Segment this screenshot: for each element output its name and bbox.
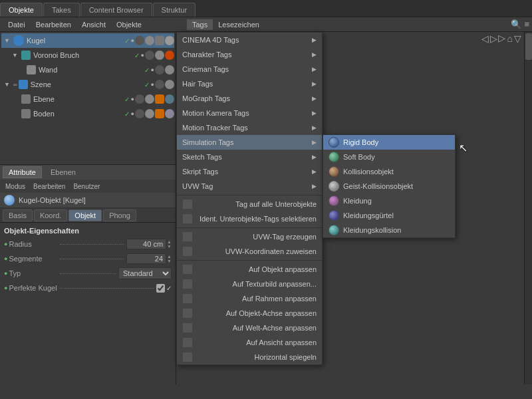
prop-row-typ: ● Typ Standard <box>4 267 172 280</box>
attr-menu-bearbeiten[interactable]: Bearbeiten <box>31 182 68 191</box>
action-icon-7 <box>182 293 193 304</box>
submenu-kollisionsobjekt[interactable]: Kollisionsobjekt <box>323 164 455 179</box>
attr-menu-benutzer[interactable]: Benutzer <box>70 182 102 191</box>
submenu-soft-body[interactable]: Soft Body <box>323 150 455 164</box>
action-ident-tags[interactable]: Ident. Unterobjekte-Tags selektieren <box>177 211 322 226</box>
basis-tab-objekt[interactable]: Objekt <box>68 209 102 221</box>
submenu-kleidungsguerte[interactable]: Kleidungsgürtel <box>323 208 455 223</box>
object-tree: ▼ Kugel ✓ ● ▼ Voronoi Bruch ✓ <box>0 32 176 165</box>
nav-home-icon[interactable]: ⌂ <box>507 33 513 44</box>
attr-tab-attribute[interactable]: Attribute <box>3 166 42 178</box>
dropdown-sketch-tags[interactable]: Sketch Tags ▶ <box>177 150 322 164</box>
dropdown-hair-tags[interactable]: Hair Tags ▶ <box>177 76 322 91</box>
prop-value-typ[interactable]: Standard <box>118 267 172 279</box>
prop-checkbox-perfekte-kugel[interactable] <box>156 284 165 293</box>
action-auf-rahmen[interactable]: Auf Rahmen anpassen <box>177 291 322 306</box>
nav-up-icon[interactable]: △ <box>497 35 507 43</box>
prop-label-radius: ● Radius <box>4 240 57 248</box>
kleidungsguerte-icon <box>329 210 339 221</box>
dropdown-cinema4d-tags[interactable]: CINEMA 4D Tags ▶ <box>177 33 322 47</box>
viewport-controls: ◁ ▷ △ ⌂ ▽ <box>480 32 523 45</box>
right-scrollbar[interactable] <box>524 32 532 384</box>
nav-down-icon[interactable]: ▽ <box>514 33 521 44</box>
attribute-panel: Attribute Ebenen Modus Bearbeiten Benutz… <box>0 165 176 384</box>
action-welt-achse[interactable]: Auf Welt-Achse anpassen <box>177 321 322 335</box>
action-icon-6 <box>182 279 193 289</box>
tab-objekte[interactable]: Objekte <box>0 3 43 17</box>
tree-item-ebene[interactable]: Ebene ✓ ● <box>1 92 174 106</box>
menu-bearbeiten[interactable]: Bearbeiten <box>31 19 76 30</box>
dropdown-simulation-tags[interactable]: Simulation Tags ▶ <box>177 135 322 150</box>
dropdown-skript-tags[interactable]: Skript Tags ▶ <box>177 164 322 179</box>
submenu-kleidung[interactable]: Kleidung <box>323 194 455 208</box>
action-tag-unterobjekte[interactable]: Tag auf alle Unterobjekte <box>177 197 322 211</box>
rigid-body-icon <box>329 137 339 148</box>
center-panel: CINEMA 4D Tags ▶ Charakter Tags ▶ Cinema… <box>176 32 532 384</box>
prop-label-perfekte-kugel: ● Perfekte Kugel <box>4 284 57 292</box>
submenu-geist-kollision[interactable]: Geist-Kollisionsobjekt <box>323 179 455 194</box>
prop-row-perfekte-kugel: ● Perfekte Kugel ✓ <box>4 281 172 295</box>
action-icon-10 <box>182 337 193 348</box>
basis-tab-koord[interactable]: Koord. <box>34 209 67 221</box>
dropdown-motion-tracker-tags[interactable]: Motion Tracker Tags ▶ <box>177 120 322 135</box>
dropdown-charakter-tags[interactable]: Charakter Tags ▶ <box>177 47 322 62</box>
dropdown-separator-3 <box>177 260 322 261</box>
action-objekt-achse[interactable]: Auf Objekt-Achse anpassen <box>177 306 322 321</box>
prop-label-typ: ● Typ <box>4 269 57 277</box>
object-label: Kugel-Objekt [Kugel] <box>0 193 176 208</box>
basis-tabs: Basis Koord. Objekt Phong <box>0 208 176 223</box>
menu-datei[interactable]: Datei <box>3 19 31 30</box>
basis-tab-basis[interactable]: Basis <box>3 209 33 221</box>
sphere-icon <box>4 195 15 205</box>
tags-dropdown: CINEMA 4D Tags ▶ Charakter Tags ▶ Cinema… <box>176 32 323 365</box>
submenu-rigid-body[interactable]: Rigid Body <box>323 135 455 150</box>
attr-menu-modus[interactable]: Modus <box>3 182 28 191</box>
object-label-text: Kugel-Objekt [Kugel] <box>19 196 86 204</box>
scrollbar-thumb[interactable] <box>525 33 532 60</box>
dropdown-mograph-tags[interactable]: MoGraph Tags ▶ <box>177 91 322 106</box>
action-icon-5 <box>182 264 193 275</box>
mouse-cursor: ↖ <box>459 142 467 154</box>
simulation-submenu: Rigid Body Soft Body Kollisionsobjekt Ge… <box>323 134 456 238</box>
tree-item-voronoi[interactable]: ▼ Voronoi Bruch ✓ ● <box>1 48 174 63</box>
tree-item-boden[interactable]: Boden ✓ ● <box>1 106 174 121</box>
object-icon-kugel <box>13 35 24 46</box>
object-icon-wand <box>27 65 36 74</box>
search-icon[interactable]: 🔍 <box>511 19 521 29</box>
attr-tabs: Attribute Ebenen <box>0 165 176 180</box>
action-horizontal-spiegeln[interactable]: Horizontal spiegeln <box>177 350 322 364</box>
tab-takes[interactable]: Takes <box>43 3 80 17</box>
top-tab-bar: Objekte Takes Content Browser Struktur <box>0 0 532 17</box>
tree-item-kugel[interactable]: ▼ Kugel ✓ ● <box>1 33 174 48</box>
attr-tab-ebenen[interactable]: Ebenen <box>45 166 82 178</box>
menu-objekte[interactable]: Objekte <box>111 19 147 30</box>
expand-icon-szene: ▼ <box>4 81 13 88</box>
tree-item-wand[interactable]: Wand ✓ ● <box>1 63 174 77</box>
basis-tab-phong[interactable]: Phong <box>103 209 136 221</box>
menu-lesezeichen[interactable]: Lesezeichen <box>213 19 265 30</box>
action-auf-texturbild[interactable]: Auf Texturbild anpassen... <box>177 277 322 291</box>
menu-tags[interactable]: Tags <box>187 19 213 30</box>
action-icon-8 <box>182 308 193 319</box>
prop-value-segmente[interactable] <box>126 253 166 264</box>
options-icon[interactable]: ≡ <box>524 19 529 29</box>
tab-content-browser[interactable]: Content Browser <box>80 3 152 17</box>
prop-value-radius[interactable] <box>126 239 166 249</box>
dropdown-motion-kamera-tags[interactable]: Motion Kamera Tags ▶ <box>177 106 322 120</box>
nav-back-icon[interactable]: ◁ <box>481 33 489 44</box>
dropdown-cineman-tags[interactable]: Cineman Tags ▶ <box>177 62 322 76</box>
menu-ansicht[interactable]: Ansicht <box>76 19 111 30</box>
left-panel: ▼ Kugel ✓ ● ▼ Voronoi Bruch ✓ <box>0 32 176 384</box>
section-title: Objekt-Eigenschaften <box>4 225 172 237</box>
action-auf-objekt[interactable]: Auf Objekt anpassen <box>177 262 322 277</box>
action-auf-ansicht[interactable]: Auf Ansicht anpassen <box>177 335 322 350</box>
dropdown-uvw-tag[interactable]: UVW Tag ▶ <box>177 179 322 194</box>
action-icon-2 <box>182 213 193 224</box>
action-uvw-erzeugen[interactable]: UVW-Tag erzeugen <box>177 229 322 244</box>
tab-struktur[interactable]: Struktur <box>153 3 196 17</box>
nav-forward-icon[interactable]: ▷ <box>490 33 497 44</box>
action-uvw-koordinaten[interactable]: UVW-Koordinaten zuweisen <box>177 244 322 259</box>
tree-item-szene[interactable]: ▼ ∞ Szene ✓ ● <box>1 77 174 92</box>
tree-label-wand: Wand <box>39 66 144 74</box>
submenu-kleidungskollision[interactable]: Kleidungskollision <box>323 223 455 237</box>
